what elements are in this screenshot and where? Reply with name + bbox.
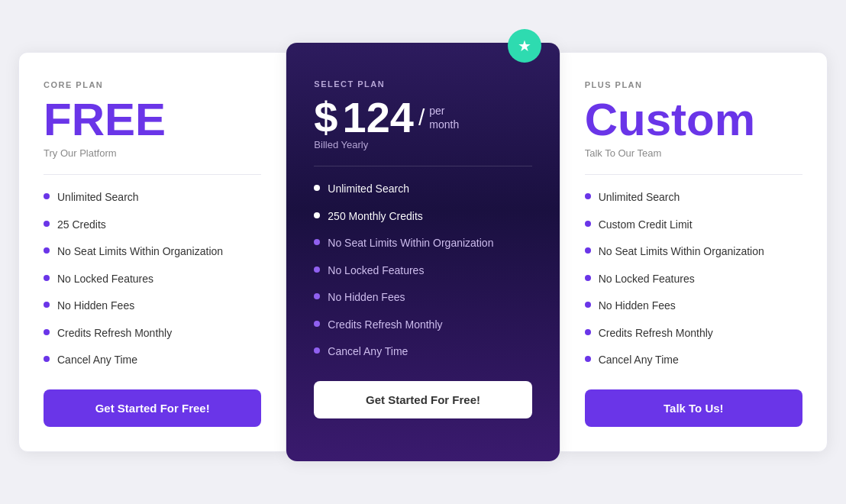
feature-text: Credits Refresh Monthly xyxy=(328,318,442,333)
plus-cta-button[interactable]: Talk To Us! xyxy=(585,389,802,427)
bullet-icon xyxy=(585,275,591,281)
bullet-icon xyxy=(314,212,320,218)
plus-plan-divider xyxy=(585,174,802,175)
select-features-list: Unlimited Search 250 Monthly Credits No … xyxy=(314,182,531,360)
select-plan-divider xyxy=(314,166,531,166)
list-item: Custom Credit Limit xyxy=(585,218,802,233)
star-badge: ★ xyxy=(508,29,541,63)
list-item: No Seat Limits Within Organization xyxy=(44,244,261,260)
bullet-icon xyxy=(314,321,320,327)
bullet-icon xyxy=(585,247,591,254)
bullet-icon xyxy=(44,275,50,281)
feature-text: 25 Credits xyxy=(57,218,106,233)
feature-text: Credits Refresh Monthly xyxy=(599,326,713,341)
feature-text: Unlimited Search xyxy=(57,190,139,205)
select-plan-card: ★ SELECT PLAN $ 124 / permonth Billed Ye… xyxy=(286,43,559,461)
core-features-list: Unlimited Search 25 Credits No Seat Limi… xyxy=(44,190,261,368)
core-plan-card: CORE PLAN FREE Try Our Platform Unlimite… xyxy=(18,52,286,452)
list-item: Unlimited Search xyxy=(314,182,531,197)
select-price-amount: 124 xyxy=(342,96,413,139)
plans-container: CORE PLAN FREE Try Our Platform Unlimite… xyxy=(18,52,828,452)
bullet-icon xyxy=(585,193,591,199)
select-cta-button[interactable]: Get Started For Free! xyxy=(314,381,531,418)
bullet-icon xyxy=(44,302,50,308)
feature-text: Cancel Any Time xyxy=(599,353,679,368)
feature-text: Custom Credit Limit xyxy=(599,218,693,233)
list-item: No Locked Features xyxy=(585,272,802,287)
list-item: Cancel Any Time xyxy=(585,353,802,368)
bullet-icon xyxy=(314,267,320,273)
select-price-slash: / xyxy=(418,105,425,131)
feature-text: No Seat Limits Within Organization xyxy=(328,236,493,251)
feature-text: No Locked Features xyxy=(328,263,424,279)
list-item: No Seat Limits Within Organization xyxy=(585,244,802,260)
list-item: 25 Credits xyxy=(44,218,261,233)
plus-plan-price: Custom xyxy=(585,97,802,143)
plus-plan-card: PLUS PLAN Custom Talk To Our Team Unlimi… xyxy=(560,52,828,452)
select-plan-billed: Billed Yearly xyxy=(314,139,531,150)
core-cta-button[interactable]: Get Started For Free! xyxy=(44,389,261,427)
feature-text: No Locked Features xyxy=(57,272,153,287)
core-plan-price: FREE xyxy=(44,97,261,143)
feature-text: Cancel Any Time xyxy=(57,353,137,368)
bullet-icon xyxy=(585,329,591,335)
feature-text: No Hidden Fees xyxy=(57,299,134,314)
list-item: No Hidden Fees xyxy=(314,290,531,305)
select-price-period: permonth xyxy=(429,104,459,131)
feature-text: No Locked Features xyxy=(599,272,695,287)
bullet-icon xyxy=(314,293,320,299)
list-item: No Locked Features xyxy=(314,263,531,279)
plus-plan-label: PLUS PLAN xyxy=(585,80,802,89)
feature-text: No Seat Limits Within Organization xyxy=(57,244,223,260)
feature-text: No Seat Limits Within Organization xyxy=(599,244,764,260)
bullet-icon xyxy=(314,239,320,245)
bullet-icon xyxy=(44,193,50,199)
bullet-icon xyxy=(44,247,50,254)
bullet-icon xyxy=(585,356,591,362)
list-item: No Hidden Fees xyxy=(44,299,261,314)
select-price-dollar: $ xyxy=(314,96,337,139)
feature-text: Unlimited Search xyxy=(328,182,409,197)
plus-features-list: Unlimited Search Custom Credit Limit No … xyxy=(585,190,802,368)
list-item: Unlimited Search xyxy=(44,190,261,205)
feature-text: Credits Refresh Monthly xyxy=(57,326,172,341)
list-item: Cancel Any Time xyxy=(44,353,261,368)
bullet-icon xyxy=(585,302,591,308)
list-item: Credits Refresh Monthly xyxy=(585,326,802,341)
list-item: No Locked Features xyxy=(44,272,261,287)
core-plan-divider xyxy=(44,174,261,175)
core-plan-subtitle: Try Our Platform xyxy=(44,147,261,159)
list-item: Cancel Any Time xyxy=(314,344,531,360)
feature-text: No Hidden Fees xyxy=(599,299,676,314)
bullet-icon xyxy=(44,329,50,335)
list-item: No Seat Limits Within Organization xyxy=(314,236,531,251)
plus-plan-subtitle: Talk To Our Team xyxy=(585,147,802,159)
feature-text: 250 Monthly Credits xyxy=(328,209,423,225)
select-price-wrapper: $ 124 / permonth xyxy=(314,96,531,139)
bullet-icon xyxy=(314,185,320,191)
feature-text: No Hidden Fees xyxy=(328,290,405,305)
list-item: Unlimited Search xyxy=(585,190,802,205)
core-plan-label: CORE PLAN xyxy=(44,80,261,89)
bullet-icon xyxy=(44,221,50,227)
feature-text: Cancel Any Time xyxy=(328,344,408,360)
bullet-icon xyxy=(314,347,320,354)
list-item: Credits Refresh Monthly xyxy=(44,326,261,341)
list-item: 250 Monthly Credits xyxy=(314,209,531,225)
select-plan-label: SELECT PLAN xyxy=(314,79,531,89)
bullet-icon xyxy=(585,221,591,227)
feature-text: Unlimited Search xyxy=(599,190,680,205)
star-icon: ★ xyxy=(518,37,531,55)
bullet-icon xyxy=(44,356,50,362)
list-item: No Hidden Fees xyxy=(585,299,802,314)
list-item: Credits Refresh Monthly xyxy=(314,318,531,333)
